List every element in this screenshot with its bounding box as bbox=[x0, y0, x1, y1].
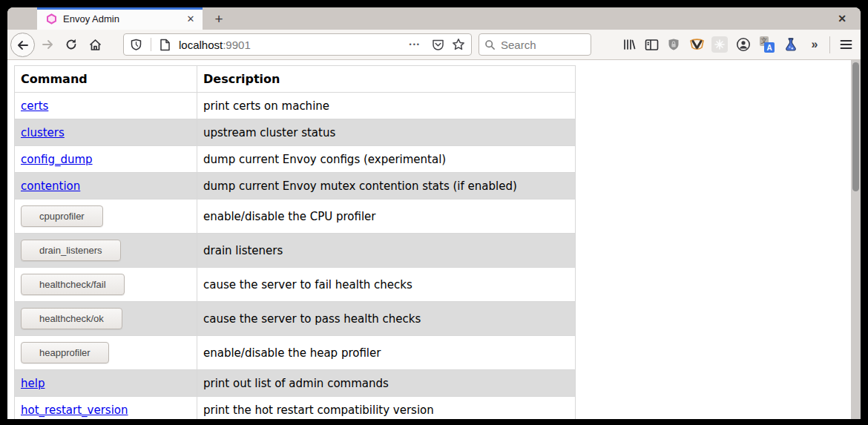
table-row: config_dumpdump current Envoy configs (e… bbox=[15, 146, 576, 173]
shield-lock-icon bbox=[667, 38, 680, 52]
command-link[interactable]: hot_restart_version bbox=[21, 403, 128, 417]
tab-bar: Envoy Admin ✕ + ✕ bbox=[7, 7, 861, 30]
command-description: enable/disable the heap profiler bbox=[197, 336, 576, 370]
table-row: drain_listenersdrain listeners bbox=[15, 234, 576, 268]
url-bar[interactable]: localhost:9901 ••• bbox=[123, 33, 472, 56]
back-button[interactable] bbox=[10, 33, 35, 57]
reload-button[interactable] bbox=[62, 36, 80, 53]
active-tab-accent bbox=[37, 7, 203, 10]
admin-commands-table: Command Description certsprint certs on … bbox=[14, 65, 576, 419]
command-description: upstream cluster status bbox=[197, 119, 576, 146]
table-row: clustersupstream cluster status bbox=[15, 119, 576, 146]
forward-arrow-icon bbox=[41, 38, 54, 51]
table-row: cpuprofilerenable/disable the CPU profil… bbox=[15, 200, 576, 234]
disabled-extension-icon bbox=[711, 36, 728, 53]
table-row: contentiondump current Envoy mutex conte… bbox=[15, 173, 576, 200]
table-row: heapprofilerenable/disable the heap prof… bbox=[15, 336, 576, 370]
scrollbar-thumb[interactable] bbox=[852, 62, 859, 191]
disabled-extension-button[interactable] bbox=[711, 36, 729, 53]
sidebar-icon bbox=[645, 39, 659, 51]
table-row: hot_restart_versionprint the hot restart… bbox=[15, 397, 576, 420]
browser-window: Envoy Admin ✕ + ✕ bbox=[7, 7, 861, 419]
home-icon bbox=[88, 38, 102, 52]
command-link[interactable]: config_dump bbox=[21, 153, 93, 166]
table-row: helpprint out list of admin commands bbox=[15, 370, 576, 397]
screen: Envoy Admin ✕ + ✕ bbox=[0, 0, 868, 425]
new-tab-button[interactable]: + bbox=[209, 10, 228, 28]
forward-button[interactable] bbox=[39, 36, 56, 53]
page-actions-icon[interactable]: ••• bbox=[410, 41, 421, 48]
tracking-protection-shield-icon[interactable] bbox=[130, 39, 142, 51]
navigation-toolbar: localhost:9901 ••• bbox=[7, 30, 861, 60]
search-placeholder: Search bbox=[501, 39, 536, 51]
extension-shield-button[interactable] bbox=[665, 36, 683, 53]
window-close-button[interactable]: ✕ bbox=[834, 10, 850, 27]
home-button[interactable] bbox=[86, 36, 104, 53]
page-content: Command Description certsprint certs on … bbox=[7, 60, 861, 419]
command-description: print the hot restart compatibility vers… bbox=[197, 397, 576, 420]
urlbar-separator bbox=[151, 38, 151, 51]
vertical-scrollbar[interactable] bbox=[851, 60, 861, 419]
command-link[interactable]: clusters bbox=[21, 126, 65, 139]
command-link[interactable]: certs bbox=[21, 99, 48, 113]
hamburger-menu-icon bbox=[840, 39, 852, 50]
command-description: dump current Envoy mutex contention stat… bbox=[197, 173, 576, 200]
library-icon bbox=[622, 38, 636, 51]
page-info-icon[interactable] bbox=[160, 39, 171, 51]
containers-extension-button[interactable] bbox=[782, 36, 800, 53]
privacy-badger-icon bbox=[689, 38, 705, 51]
library-button[interactable] bbox=[620, 36, 638, 53]
table-row: healthcheck/okcause the server to pass h… bbox=[15, 302, 576, 336]
sidebars-button[interactable] bbox=[642, 36, 660, 53]
tab-close-icon[interactable]: ✕ bbox=[183, 11, 198, 26]
account-icon bbox=[736, 37, 751, 52]
bookmark-star-icon[interactable] bbox=[452, 38, 465, 51]
command-description: cause the server to pass health checks bbox=[197, 302, 576, 336]
command-description: enable/disable the CPU profiler bbox=[197, 200, 576, 234]
command-description: dump current Envoy configs (experimental… bbox=[197, 146, 576, 173]
pocket-icon[interactable] bbox=[432, 39, 444, 51]
command-button[interactable]: healthcheck/fail bbox=[21, 274, 125, 295]
description-column-header: Description bbox=[197, 66, 576, 93]
flask-icon bbox=[784, 37, 798, 52]
table-header-row: Command Description bbox=[15, 66, 576, 93]
table-row: certsprint certs on machine bbox=[15, 93, 576, 119]
url-port: :9901 bbox=[223, 39, 251, 51]
privacy-badger-button[interactable] bbox=[688, 36, 706, 53]
app-menu-button[interactable] bbox=[837, 36, 855, 53]
table-row: healthcheck/failcause the server to fail… bbox=[15, 268, 576, 302]
toolbar-separator bbox=[829, 36, 830, 53]
back-arrow-icon bbox=[16, 39, 30, 52]
command-column-header: Command bbox=[15, 66, 197, 93]
command-button[interactable]: healthcheck/ok bbox=[21, 308, 122, 329]
url-host: localhost bbox=[179, 39, 223, 51]
account-button[interactable] bbox=[734, 36, 752, 53]
translate-extension-button[interactable]: 文 A bbox=[758, 36, 776, 53]
command-button[interactable]: cpuprofiler bbox=[21, 205, 103, 227]
search-icon bbox=[484, 39, 496, 50]
tab-title: Envoy Admin bbox=[63, 13, 183, 24]
command-button[interactable]: heapprofiler bbox=[21, 342, 109, 363]
command-button[interactable]: drain_listeners bbox=[21, 240, 121, 261]
command-link[interactable]: help bbox=[21, 377, 45, 390]
translate-icon: 文 A bbox=[759, 36, 775, 53]
envoy-favicon-icon bbox=[46, 13, 57, 24]
overflow-menu-button[interactable]: » bbox=[806, 36, 823, 53]
command-description: drain listeners bbox=[197, 234, 576, 268]
reload-icon bbox=[65, 38, 78, 51]
search-input[interactable]: Search bbox=[479, 33, 591, 56]
command-description: cause the server to fail health checks bbox=[197, 268, 576, 302]
tab-envoy-admin[interactable]: Envoy Admin ✕ bbox=[37, 7, 203, 30]
command-link[interactable]: contention bbox=[21, 179, 80, 193]
command-description: print certs on machine bbox=[197, 93, 576, 119]
command-description: print out list of admin commands bbox=[197, 370, 576, 397]
